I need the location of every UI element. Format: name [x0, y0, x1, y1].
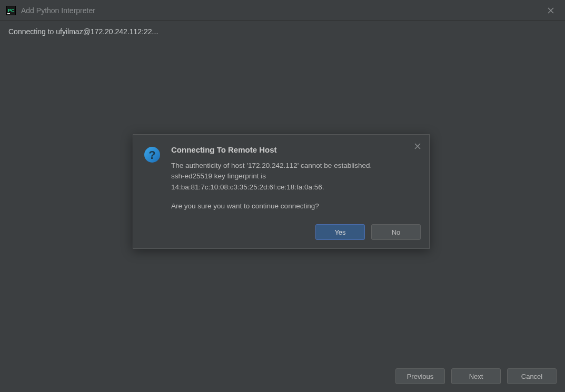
modal-line-authenticity: The authenticity of host '172.20.242.112…: [171, 160, 421, 171]
window-close-button[interactable]: [543, 3, 559, 18]
modal-message: The authenticity of host '172.20.242.112…: [171, 160, 421, 212]
previous-button[interactable]: Previous: [395, 368, 445, 384]
titlebar: PC Add Python Interpreter: [0, 0, 565, 21]
next-button[interactable]: Next: [451, 368, 501, 384]
window-title: Add Python Interpreter: [21, 6, 543, 15]
yes-button[interactable]: Yes: [315, 224, 365, 240]
modal-close-button[interactable]: [412, 141, 423, 152]
pycharm-icon: PC: [6, 6, 16, 15]
cancel-button[interactable]: Cancel: [507, 368, 557, 384]
svg-rect-3: [7, 13, 10, 14]
modal-line-key-type: ssh-ed25519 key fingerprint is: [171, 171, 421, 182]
no-button[interactable]: No: [371, 224, 421, 240]
modal-line-question: Are you sure you want to continue connec…: [171, 201, 421, 212]
question-icon: ?: [144, 146, 161, 163]
modal-line-fingerprint: 14:ba:81:7c:10:08:c3:35:25:2d:6f:ce:18:f…: [171, 182, 421, 193]
close-icon: [548, 7, 554, 14]
connection-status: Connecting to ufyilmaz@172.20.242.112:22…: [8, 27, 557, 36]
close-icon: [414, 143, 421, 149]
svg-text:PC: PC: [8, 8, 15, 13]
footer-buttons: Previous Next Cancel: [0, 360, 565, 392]
modal-title: Connecting To Remote Host: [171, 145, 421, 154]
confirmation-dialog: ? Connecting To Remote Host The authenti…: [133, 134, 430, 249]
svg-text:?: ?: [148, 148, 155, 162]
